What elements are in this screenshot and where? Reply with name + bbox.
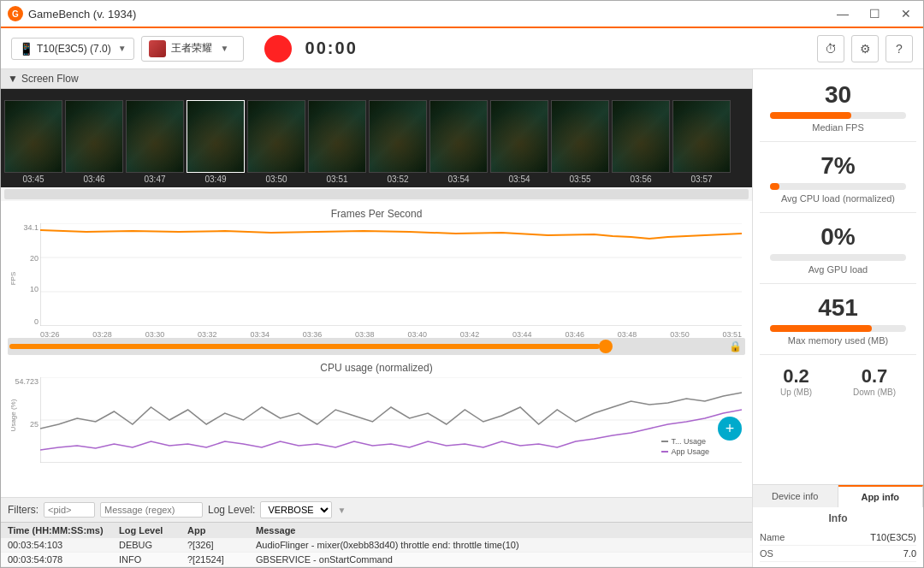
right-panel: 30 Median FPS 7% Avg CPU load (normalize… (752, 69, 923, 567)
log-filter-bar: Filters: Log Level: VERBOSE DEBUG INFO W… (1, 497, 752, 522)
log-time-1: 00:03:54:078 (8, 554, 119, 565)
avg-cpu-bar (770, 183, 779, 190)
share-button[interactable]: ⚙ (851, 35, 879, 62)
frame-timestamp: 03:51 (326, 175, 347, 184)
screen-frame[interactable]: 03:49 (187, 100, 245, 184)
screen-frame[interactable]: 03:54 (490, 100, 548, 184)
frame-timestamp: 03:49 (204, 175, 226, 184)
median-fps-value: 30 (763, 81, 913, 109)
timer-display: 00:00 (305, 38, 358, 58)
device-selector[interactable]: 📱 T10(E3C5) (7.0) ▼ (11, 38, 134, 60)
frame-image (126, 100, 184, 173)
chart-legend: T... Usage App Usage (661, 437, 709, 458)
avg-cpu-label: Avg CPU load (normalized) (763, 193, 913, 204)
network-stats: 0.2 Up (MB) 0.7 Down (MB) (760, 360, 916, 402)
screen-frame[interactable]: 03:50 (247, 100, 305, 184)
android-icon: 📱 (19, 42, 33, 56)
frame-image (490, 100, 548, 173)
upload-value: 0.2 (780, 365, 812, 388)
help-button[interactable]: ? (886, 35, 913, 62)
frame-timestamp: 03:46 (83, 175, 104, 184)
download-value: 0.7 (853, 365, 896, 388)
app-icon: G (8, 6, 23, 21)
fps-x-12: 03:50 (670, 330, 690, 338)
minimize-button[interactable]: — (832, 5, 854, 22)
tabs-section: Device info App info Info Name T10(E3C5)… (753, 484, 923, 567)
download-label: Down (MB) (853, 388, 896, 397)
scrubber-track (9, 344, 600, 349)
close-button[interactable]: ✕ (896, 5, 916, 22)
fps-x-8: 03:42 (460, 330, 480, 338)
stats-section: 30 Median FPS 7% Avg CPU load (normalize… (753, 69, 923, 484)
fps-x-11: 03:48 (618, 330, 637, 338)
screen-frame[interactable]: 03:51 (308, 100, 366, 184)
info-os-key: OS (760, 548, 773, 559)
frame-image (369, 100, 427, 173)
frame-timestamp: 03:50 (265, 175, 287, 184)
legend-app-dot (661, 451, 668, 453)
frame-image (612, 100, 670, 173)
device-dropdown-arrow: ▼ (118, 44, 127, 53)
pid-filter-input[interactable] (44, 502, 95, 518)
max-memory-bar (770, 325, 872, 332)
message-filter-input[interactable] (100, 502, 203, 518)
frame-image (429, 100, 488, 173)
avg-gpu-label: Avg GPU load (763, 264, 913, 275)
filters-label: Filters: (8, 504, 38, 516)
lock-icon[interactable]: 🔒 (729, 340, 742, 352)
fps-y-min: 0 (34, 317, 38, 326)
log-table-header: Time (HH:MM:SS:ms) Log Level App Message (1, 522, 752, 538)
log-row: 00:03:54:103 DEBUG ?[326] AudioFlinger -… (1, 538, 752, 553)
screen-flow-collapse-icon[interactable]: ▼ (8, 73, 18, 85)
fps-x-7: 03:40 (407, 330, 427, 338)
col-app: App (187, 525, 256, 535)
device-info-tab[interactable]: Device info (753, 485, 838, 507)
frame-image (247, 100, 305, 173)
col-level: Log Level (119, 525, 187, 535)
log-row: 00:03:54:078 INFO ?[21524] GBSERVICE - o… (1, 553, 752, 567)
cpu-y-label: Usage (%) (9, 399, 17, 432)
fps-chart-svg (40, 223, 742, 326)
screen-frame[interactable]: 03:54 (429, 100, 488, 184)
cpu-chart-title: CPU usage (normalized) (8, 362, 745, 374)
frame-image (4, 100, 62, 173)
title-left: G GameBench (v. 1934) (8, 6, 136, 21)
screen-frame[interactable]: 03:57 (672, 100, 731, 184)
screen-flow-scrollbar[interactable] (4, 189, 749, 199)
info-row-name: Name T10(E3C5) (760, 530, 916, 546)
frame-timestamp: 03:54 (447, 175, 469, 184)
log-level-select[interactable]: VERBOSE DEBUG INFO WARN ERROR (260, 501, 332, 518)
frame-image (187, 100, 245, 173)
frame-image (308, 100, 366, 173)
maximize-button[interactable]: ☐ (864, 5, 886, 22)
record-button[interactable] (264, 35, 292, 62)
scrubber-handle[interactable] (599, 340, 613, 353)
clock-button[interactable]: ⏱ (817, 35, 844, 62)
legend-total-dot (661, 441, 668, 442)
upload-stat: 0.2 Up (MB) (780, 365, 812, 397)
info-name-key: Name (760, 532, 785, 542)
fps-y-20: 20 (30, 254, 38, 263)
screen-frame[interactable]: 03:46 (65, 100, 123, 184)
timeline-scrubber[interactable]: 🔒 (8, 338, 745, 355)
screen-frame[interactable]: 03:55 (551, 100, 609, 184)
add-chart-button[interactable]: + (718, 417, 742, 441)
frame-image (672, 100, 731, 173)
frame-timestamp: 03:45 (22, 175, 44, 184)
app-selector[interactable]: 王者荣耀 ▼ (141, 36, 244, 62)
fps-x-10: 03:46 (565, 330, 584, 338)
info-name-val: T10(E3C5) (870, 532, 916, 542)
upload-label: Up (MB) (780, 388, 812, 397)
fps-x-1: 03:28 (92, 330, 112, 338)
frame-image (65, 100, 123, 173)
col-message: Message (256, 525, 745, 535)
log-time-0: 00:03:54:103 (8, 540, 119, 550)
frame-image (551, 100, 609, 173)
frame-timestamp: 03:57 (690, 175, 712, 184)
screen-frame[interactable]: 03:52 (369, 100, 427, 184)
screen-frame[interactable]: 03:56 (612, 100, 670, 184)
screen-frame[interactable]: 03:47 (126, 100, 184, 184)
app-info-tab[interactable]: App info (838, 485, 924, 507)
info-section: Info Name T10(E3C5) OS 7.0 (753, 507, 923, 567)
screen-frame[interactable]: 03:45 (4, 100, 62, 184)
